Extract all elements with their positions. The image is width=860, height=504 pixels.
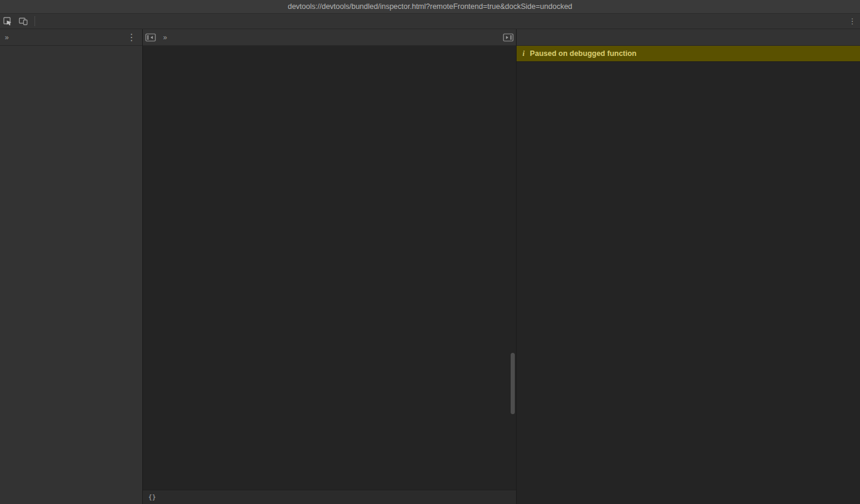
- info-icon: i: [523, 49, 524, 58]
- navigator-pane: » ⋮: [0, 29, 142, 504]
- debugger-pane: i Paused on debugged function: [517, 29, 860, 504]
- content-area: » ⋮ » {}: [0, 29, 860, 504]
- window-title: devtools://devtools/bundled/inspector.ht…: [0, 2, 860, 11]
- toolbar-separator: [35, 16, 35, 26]
- hide-navigator-icon: [145, 33, 156, 42]
- traffic-lights: [6, 3, 37, 10]
- editor-pane: » {}: [143, 29, 516, 504]
- pretty-print-button[interactable]: {}: [143, 493, 161, 501]
- debugger-toolbar: [517, 29, 860, 46]
- editor-status-bar: {}: [143, 490, 516, 504]
- devtools-window: devtools://devtools/bundled/inspector.ht…: [0, 0, 860, 504]
- window-titlebar: devtools://devtools/bundled/inspector.ht…: [0, 0, 860, 14]
- inspect-element-button[interactable]: [0, 14, 15, 29]
- main-menu-button[interactable]: ⋮: [845, 14, 860, 29]
- zoom-window-button[interactable]: [30, 3, 37, 10]
- paused-message: Paused on debugged function: [530, 49, 636, 58]
- file-tree: [0, 46, 142, 504]
- close-window-button[interactable]: [6, 3, 13, 10]
- device-toolbar-icon: [18, 17, 28, 26]
- more-editor-tabs-chevron[interactable]: »: [158, 29, 172, 45]
- device-toolbar-button[interactable]: [15, 14, 31, 29]
- hide-navigator-button[interactable]: [143, 29, 158, 45]
- show-debugger-sidebar-button[interactable]: [501, 29, 516, 45]
- main-toolbar: ⋮: [0, 14, 860, 29]
- paused-banner: i Paused on debugged function: [517, 46, 860, 62]
- inspect-cursor-icon: [3, 17, 12, 26]
- editor-vertical-scrollbar[interactable]: [511, 353, 515, 414]
- minimize-window-button[interactable]: [18, 3, 25, 10]
- more-navigator-tabs-chevron[interactable]: »: [0, 29, 14, 45]
- navigator-menu-button[interactable]: ⋮: [121, 29, 142, 45]
- show-debugger-sidebar-icon: [503, 33, 514, 42]
- navigator-tab-strip: » ⋮: [0, 29, 142, 46]
- source-editor[interactable]: [143, 46, 516, 490]
- debugger-sections: [517, 62, 860, 504]
- editor-tab-strip: »: [143, 29, 516, 46]
